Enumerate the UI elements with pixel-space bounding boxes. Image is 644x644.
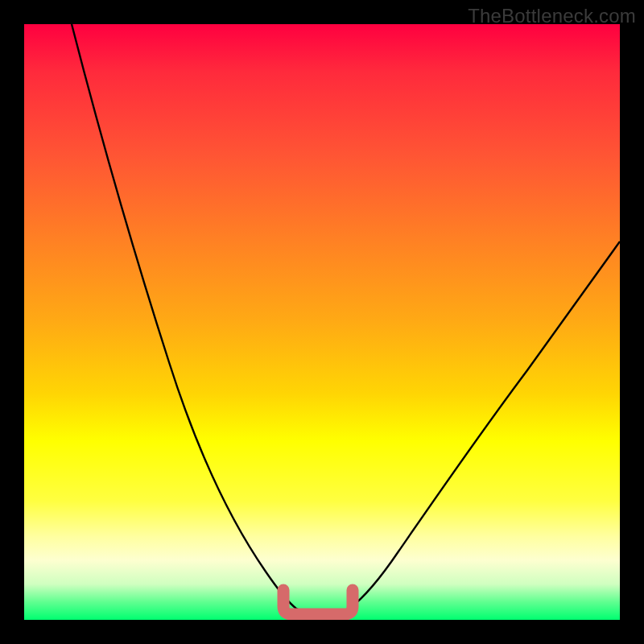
plot-area (24, 24, 620, 620)
chart-frame: TheBottleneck.com (0, 0, 644, 644)
watermark-label: TheBottleneck.com (468, 5, 636, 27)
bottleneck-curve (24, 24, 620, 620)
optimal-band-marker (283, 590, 353, 614)
curve-path (72, 24, 620, 612)
